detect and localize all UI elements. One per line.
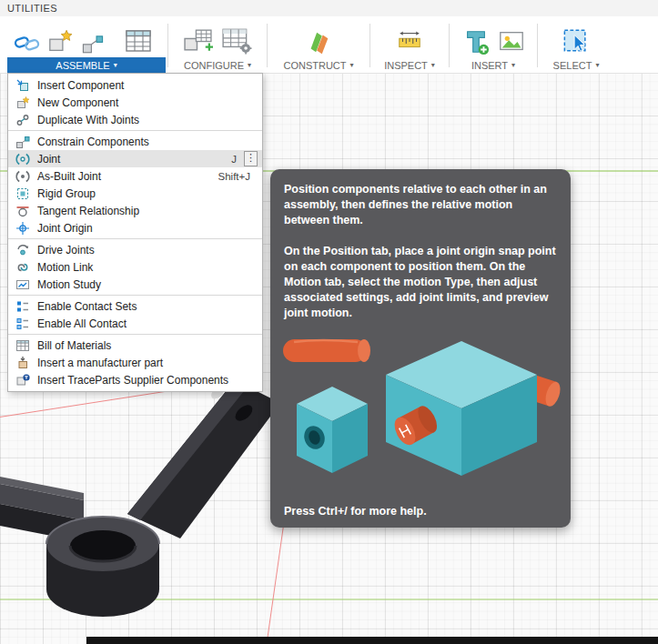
menu-item-bill-of-materials[interactable]: Bill of Materials (8, 337, 262, 354)
measure-icon[interactable] (394, 26, 425, 55)
tangent-relationship-icon (15, 204, 30, 218)
assemble-dropdown-menu: Insert Component New Component Duplicate… (7, 73, 263, 392)
large-cube-illustration (386, 341, 562, 476)
drive-joints-icon (15, 243, 30, 257)
tooltip-paragraph-1: Position components relative to each oth… (284, 182, 557, 228)
caret-down-icon: ▾ (431, 62, 435, 69)
insert-menu-button[interactable]: INSERT ▾ (451, 57, 535, 73)
tab-utilities[interactable]: UTILITIES (0, 3, 57, 14)
joint-shortcut: J (231, 154, 237, 165)
toolbar-divider (449, 24, 450, 67)
configure-label: CONFIGURE (184, 60, 244, 71)
new-component-icon[interactable] (46, 26, 76, 55)
rigid-group-icon (15, 186, 30, 201)
new-component-icon (15, 96, 30, 110)
as-built-joint-icon (15, 169, 30, 184)
configuration-table-icon[interactable] (219, 25, 254, 55)
toolbar: UTILITIES ASSEMBLE ▾ (0, 0, 658, 74)
toolbar-group-insert: INSERT ▾ (451, 16, 535, 73)
menu-item-insert-traceparts[interactable]: Insert TraceParts Supplier Components (8, 371, 262, 388)
menu-item-new-component[interactable]: New Component (8, 94, 262, 111)
construct-label: CONSTRUCT (283, 60, 346, 71)
inspect-menu-button[interactable]: INSPECT ▾ (372, 57, 447, 73)
configure-menu-button[interactable]: CONFIGURE ▾ (170, 57, 265, 73)
select-cursor-icon[interactable] (561, 26, 592, 55)
joint-icon (15, 152, 30, 166)
caret-down-icon: ▾ (511, 62, 515, 69)
constrain-components-icon (15, 135, 30, 149)
caret-down-icon: ▾ (595, 62, 599, 69)
motion-link-icon (15, 260, 30, 275)
toolbar-group-configure: CONFIGURE ▾ (170, 16, 265, 73)
menu-item-enable-all-contact[interactable]: Enable All Contact (8, 315, 262, 332)
tooltip-footer: Press Ctrl+/ for more help. (284, 505, 427, 518)
menu-separator (8, 334, 262, 335)
insert-traceparts-icon (15, 373, 30, 387)
menu-item-motion-link[interactable]: Motion Link (8, 258, 262, 276)
joint-illustration (279, 329, 562, 493)
configure-component-icon[interactable] (182, 25, 215, 55)
caret-down-icon: ▾ (350, 62, 354, 69)
bill-of-materials-icon (15, 338, 30, 353)
toolbar-divider (267, 24, 268, 67)
menu-item-duplicate-with-joints[interactable]: Duplicate With Joints (8, 111, 262, 128)
caret-down-icon: ▾ (114, 62, 117, 69)
construct-plane-icon[interactable] (303, 26, 334, 55)
toolbar-tabstrip: UTILITIES (0, 0, 658, 16)
menu-item-drive-joints[interactable]: Drive Joints (8, 241, 262, 258)
toolbar-group-construct: CONSTRUCT ▾ (269, 16, 368, 73)
timeline-bar[interactable] (86, 637, 658, 644)
menu-item-constrain-components[interactable]: Constrain Components (8, 133, 262, 150)
toolbar-group-assemble: ASSEMBLE ▾ (7, 16, 166, 73)
link-components-icon[interactable] (13, 26, 42, 55)
construct-menu-button[interactable]: CONSTRUCT ▾ (269, 57, 368, 73)
duplicate-with-joints-icon (15, 113, 30, 127)
menu-item-insert-component[interactable]: Insert Component (8, 76, 262, 94)
menu-item-enable-contact-sets[interactable]: Enable Contact Sets (8, 297, 262, 315)
toolbar-divider (369, 24, 370, 67)
menu-item-tangent-relationship[interactable]: Tangent Relationship (8, 202, 262, 219)
3d-model-bracket[interactable] (0, 380, 280, 617)
toolbar-group-select: SELECT ▾ (540, 16, 612, 73)
toolbar-divider (537, 24, 538, 67)
canvas-image-icon[interactable] (496, 26, 527, 55)
insert-component-icon (15, 78, 30, 93)
motion-study-icon (15, 277, 30, 292)
insert-label: INSERT (471, 60, 508, 71)
as-built-joint-shortcut: Shift+J (218, 171, 250, 182)
toolbar-group-inspect: INSPECT ▾ (372, 16, 447, 73)
menu-separator (8, 295, 262, 296)
insert-manufacturer-part-icon (15, 356, 30, 370)
joint-tooltip: Position components relative to each oth… (270, 169, 571, 528)
select-label: SELECT (553, 60, 592, 71)
menu-item-as-built-joint[interactable]: As-Built Joint Shift+J (8, 167, 262, 185)
joint-origin-icon (15, 221, 30, 236)
menu-item-joint[interactable]: Joint J ⋮ (8, 150, 262, 167)
menu-item-joint-origin[interactable]: Joint Origin (8, 219, 262, 236)
red-axis-line (0, 387, 191, 418)
select-menu-button[interactable]: SELECT ▾ (540, 57, 612, 73)
joint-more-options-button[interactable]: ⋮ (244, 151, 258, 166)
tooltip-paragraph-2: On the Position tab, place a joint origi… (284, 244, 557, 321)
enable-contact-sets-icon (15, 299, 30, 314)
enable-all-contact-icon (15, 317, 30, 331)
insert-derive-icon[interactable] (461, 26, 491, 55)
orange-rod-illustration (283, 339, 370, 362)
toolbar-divider (167, 24, 168, 67)
constrain-components-icon[interactable] (80, 28, 106, 55)
menu-item-insert-manufacturer-part[interactable]: Insert a manufacturer part (8, 354, 262, 371)
menu-separator (8, 238, 262, 239)
menu-item-rigid-group[interactable]: Rigid Group (8, 185, 262, 202)
menu-item-motion-study[interactable]: Motion Study (8, 276, 262, 293)
small-cube-illustration (297, 387, 368, 473)
bill-of-materials-icon[interactable] (123, 26, 154, 55)
assemble-label: ASSEMBLE (56, 60, 109, 71)
inspect-label: INSPECT (384, 60, 428, 71)
menu-separator (8, 130, 262, 131)
assemble-menu-button[interactable]: ASSEMBLE ▾ (7, 57, 166, 73)
caret-down-icon: ▾ (248, 62, 251, 69)
